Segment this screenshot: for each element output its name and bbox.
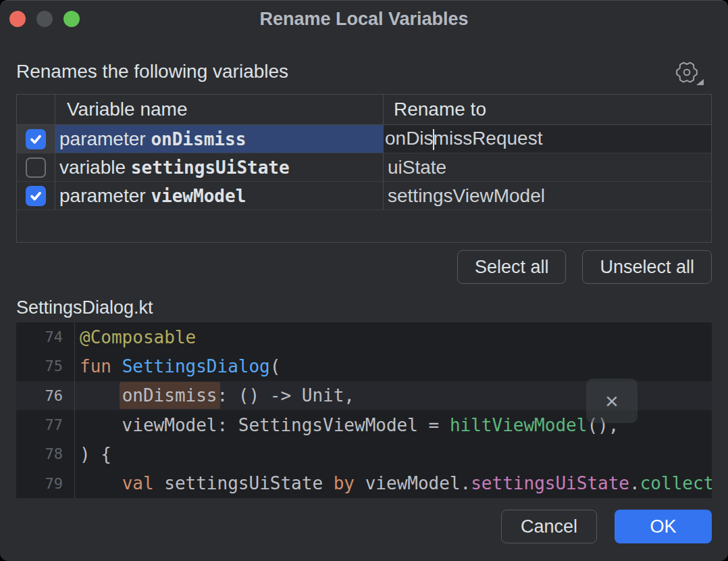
cancel-button[interactable]: Cancel: [501, 510, 597, 543]
checkmark-icon: [29, 132, 43, 146]
checkmark-icon: [29, 189, 43, 203]
table-row[interactable]: parameter viewModelsettingsViewModel: [17, 182, 711, 210]
line-number: 75: [16, 358, 74, 374]
rename-dialog: Rename Local Variables Renames the follo…: [0, 0, 728, 561]
variable-name-cell: parameter onDismiss: [59, 128, 246, 150]
table-header-row: Variable name Rename to: [17, 95, 711, 125]
line-number: 77: [16, 416, 74, 433]
variable-name-column-header: Variable name: [55, 95, 384, 124]
text-caret: [433, 129, 434, 150]
titlebar: Rename Local Variables: [0, 0, 728, 38]
variable-name-cell: parameter viewModel: [59, 185, 246, 207]
table-row[interactable]: variable settingsUiStateuiState: [17, 153, 711, 182]
dialog-description: Renames the following variables: [16, 61, 288, 82]
variable-name-cell: variable settingsUiState: [59, 157, 290, 178]
code-line: 74@Composable: [16, 322, 712, 351]
table-empty-area: [17, 210, 711, 242]
code-line: 78) {: [16, 439, 712, 468]
table-row[interactable]: parameter onDismissonDismissRequest: [17, 125, 711, 153]
rename-to-cell[interactable]: settingsViewModel: [388, 185, 545, 207]
close-preview-button[interactable]: ×: [586, 379, 638, 423]
code-line: 79 val settingsUiState by viewModel.sett…: [16, 469, 712, 498]
close-icon: ×: [605, 388, 619, 414]
gear-icon: [672, 57, 702, 87]
rename-to-cell[interactable]: uiState: [388, 157, 446, 178]
rename-to-column-header: Rename to: [384, 95, 711, 124]
dialog-title: Rename Local Variables: [0, 9, 728, 30]
rename-usage-highlight: onDismiss: [120, 382, 220, 409]
unselect-all-button[interactable]: Unselect all: [582, 250, 712, 284]
checkbox-column-header: [17, 95, 55, 124]
row-checkbox-checked[interactable]: [26, 129, 46, 149]
line-number: 76: [16, 387, 74, 404]
code-line: 75fun SettingsDialog(: [16, 351, 712, 381]
row-checkbox-unchecked[interactable]: [26, 157, 46, 178]
row-checkbox-checked[interactable]: [26, 186, 46, 206]
preview-file-name: SettingsDialog.kt: [16, 297, 153, 318]
select-all-button[interactable]: Select all: [457, 250, 567, 284]
code-preview-editor[interactable]: 74@Composable75fun SettingsDialog(76 onD…: [16, 322, 712, 498]
line-number: 74: [16, 328, 74, 345]
ok-button[interactable]: OK: [615, 510, 712, 543]
variables-table: Variable name Rename to parameter onDism…: [16, 94, 712, 243]
line-number: 78: [16, 445, 74, 462]
settings-gear-button[interactable]: [671, 56, 706, 89]
line-number: 79: [16, 475, 74, 492]
rename-to-cell[interactable]: onDismissRequest: [385, 128, 542, 150]
